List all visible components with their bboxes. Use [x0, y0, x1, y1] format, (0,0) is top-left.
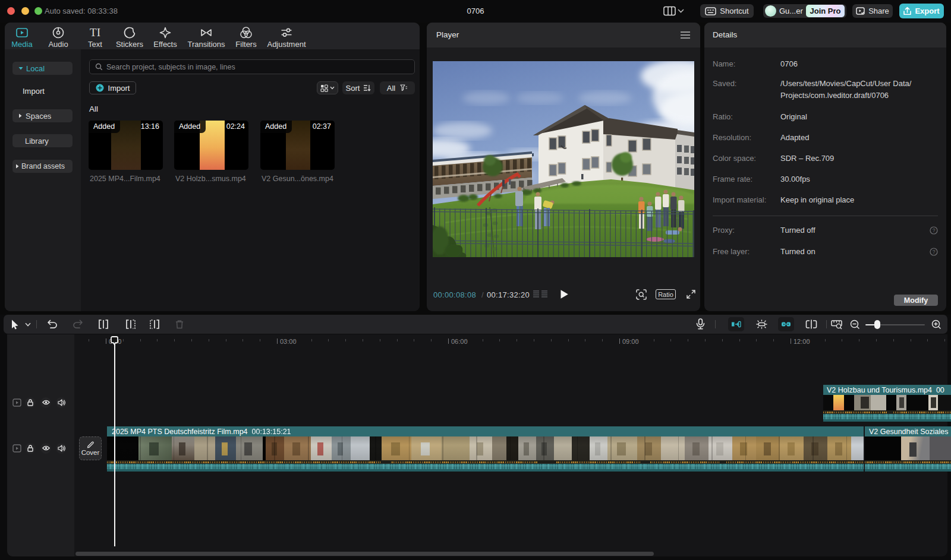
svg-text:?: ? — [933, 249, 936, 255]
svg-text:?: ? — [933, 227, 936, 233]
svg-text:TI: TI — [90, 26, 100, 39]
